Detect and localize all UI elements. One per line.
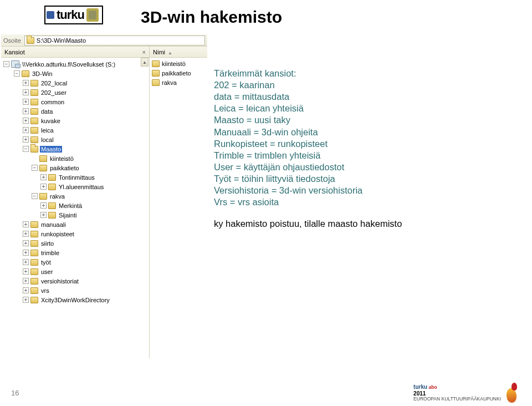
address-field[interactable]: S:\3D-Win\Maasto bbox=[24, 35, 205, 45]
expand-toggle[interactable]: + bbox=[23, 89, 29, 95]
folder-icon bbox=[30, 231, 38, 237]
tree-root[interactable]: − \\Verkko.adturku.fi\Sovellukset (S:) bbox=[3, 59, 149, 69]
tree-label: common bbox=[40, 99, 65, 105]
expand-toggle[interactable]: + bbox=[40, 212, 47, 218]
tree-item[interactable]: +työt bbox=[3, 257, 149, 267]
tree-label: Tontinmittaus bbox=[58, 174, 96, 181]
expand-toggle[interactable]: + bbox=[23, 287, 29, 293]
tree-item[interactable]: +Tontinmittaus bbox=[3, 172, 149, 182]
expand-toggle[interactable]: + bbox=[40, 174, 47, 180]
expand-toggle[interactable]: + bbox=[40, 184, 47, 190]
tree-item[interactable]: +Yl.alueenmittaus bbox=[3, 182, 149, 191]
tree-item[interactable]: +kuvake bbox=[3, 116, 149, 125]
expand-toggle[interactable]: − bbox=[32, 165, 38, 171]
tree-item[interactable]: +Merkintä bbox=[3, 201, 149, 210]
tree-label: rakva bbox=[49, 193, 66, 200]
tree-item[interactable]: kiinteistö bbox=[3, 154, 149, 163]
close-icon[interactable]: × bbox=[142, 49, 146, 55]
list-item[interactable]: kiinteistö bbox=[152, 59, 205, 68]
list-item-label: paikkatieto bbox=[162, 70, 191, 77]
folder-icon bbox=[30, 146, 38, 153]
tree-item[interactable]: +vrs bbox=[3, 286, 149, 295]
tree-label: leica bbox=[40, 127, 55, 134]
expand-toggle[interactable]: + bbox=[23, 221, 29, 227]
folder-icon bbox=[30, 259, 38, 266]
tree-item[interactable]: +versiohistoriat bbox=[3, 276, 149, 286]
folder-icon bbox=[48, 174, 56, 181]
expand-toggle[interactable]: + bbox=[23, 268, 29, 275]
tree-label: vrs bbox=[40, 287, 50, 294]
expand-toggle[interactable]: + bbox=[23, 108, 29, 114]
expand-toggle[interactable]: + bbox=[23, 278, 29, 284]
tree-label: kuvake bbox=[40, 118, 62, 124]
folder-icon bbox=[152, 70, 160, 77]
folder-icon bbox=[39, 155, 47, 162]
expand-toggle[interactable]: − bbox=[32, 193, 38, 199]
folder-icon bbox=[48, 184, 56, 190]
tree-label: siirto bbox=[40, 240, 55, 247]
tree-item[interactable]: +data bbox=[3, 106, 149, 116]
tree-item[interactable]: +trimble bbox=[3, 248, 149, 257]
tree-item[interactable]: −paikkatieto bbox=[3, 163, 149, 172]
brand-logo: turku bbox=[44, 6, 103, 24]
list-item[interactable]: rakva bbox=[152, 78, 205, 87]
expand-toggle[interactable]: + bbox=[23, 231, 29, 237]
tree-item[interactable]: +leica bbox=[3, 125, 149, 135]
tree-item[interactable]: −Maasto bbox=[3, 144, 149, 154]
logo-badge-icon bbox=[86, 8, 99, 22]
info-line: Työt = töihin liittyviä tiedostoja bbox=[214, 173, 402, 185]
tree-label: versiohistoriat bbox=[40, 278, 80, 285]
expand-toggle[interactable]: + bbox=[40, 202, 47, 209]
expand-toggle[interactable]: + bbox=[23, 259, 29, 265]
file-list: kiinteistöpaikkatietorakva bbox=[150, 58, 207, 88]
tree-label: 202_user bbox=[40, 89, 68, 96]
footer: 16 turku abo 2011 EUROOPAN KULTTUURIPÄÄK… bbox=[0, 383, 532, 403]
expand-toggle[interactable]: + bbox=[23, 99, 29, 105]
tree-label: Xcity3DwinWorkDirectory bbox=[40, 297, 111, 303]
folder-icon bbox=[30, 287, 38, 294]
folder-icon bbox=[152, 60, 160, 67]
tree-label: data bbox=[40, 108, 54, 115]
contents-header[interactable]: Nimi ▲ bbox=[150, 47, 207, 58]
tree-item[interactable]: +local bbox=[3, 135, 149, 144]
expand-toggle[interactable]: + bbox=[23, 250, 29, 256]
tree-item[interactable]: −rakva bbox=[3, 191, 149, 201]
tree-item[interactable]: +user bbox=[3, 267, 149, 276]
footer-text: turku abo 2011 EUROOPAN KULTTUURIPÄÄKAUP… bbox=[413, 384, 501, 402]
tree-item[interactable]: +Sijainti bbox=[3, 210, 149, 220]
page-title: 3D-win hakemisto bbox=[141, 8, 282, 27]
folder-icon bbox=[30, 108, 38, 115]
footer-logo: turku abo 2011 EUROOPAN KULTTUURIPÄÄKAUP… bbox=[413, 383, 521, 403]
tree-item[interactable]: +Xcity3DwinWorkDirectory bbox=[3, 295, 149, 304]
tree-item[interactable]: −3D-Win bbox=[3, 69, 149, 78]
tree-item[interactable]: +202_local bbox=[3, 78, 149, 88]
folder-icon bbox=[30, 136, 38, 143]
info-line: Vrs = vrs asioita bbox=[214, 196, 402, 208]
tree-item[interactable]: +common bbox=[3, 97, 149, 106]
list-item[interactable]: paikkatieto bbox=[152, 68, 205, 78]
scroll-up-icon[interactable]: ▲ bbox=[141, 58, 149, 67]
expand-toggle[interactable]: + bbox=[23, 80, 29, 86]
folder-open-icon bbox=[27, 37, 34, 44]
folder-icon bbox=[30, 221, 38, 228]
expand-toggle[interactable]: + bbox=[23, 127, 29, 133]
info-heading: Tärkeimmät kansiot: bbox=[214, 68, 402, 79]
info-line: Trimble = trimblen yhteisiä bbox=[214, 150, 402, 161]
tree-item[interactable]: +runkopisteet bbox=[3, 229, 149, 238]
expand-toggle[interactable]: + bbox=[23, 136, 29, 143]
expand-toggle[interactable]: − bbox=[14, 70, 20, 77]
expand-toggle[interactable]: + bbox=[23, 240, 29, 246]
folder-icon bbox=[22, 70, 29, 77]
tree-item[interactable]: +siirto bbox=[3, 238, 149, 248]
tree-item[interactable]: +202_user bbox=[3, 88, 149, 97]
folder-icon bbox=[152, 79, 160, 86]
expand-toggle[interactable]: + bbox=[23, 118, 29, 124]
logo-text: turku bbox=[57, 8, 84, 22]
expand-toggle[interactable]: − bbox=[3, 61, 9, 67]
expand-toggle[interactable]: + bbox=[23, 297, 29, 303]
address-path: S:\3D-Win\Maasto bbox=[37, 37, 86, 44]
info-line: Manuaali = 3d-win ohjeita bbox=[214, 126, 402, 138]
expand-toggle[interactable]: − bbox=[23, 146, 29, 152]
tree-item[interactable]: +manuaali bbox=[3, 220, 149, 229]
tree-label: Sijainti bbox=[58, 212, 78, 219]
